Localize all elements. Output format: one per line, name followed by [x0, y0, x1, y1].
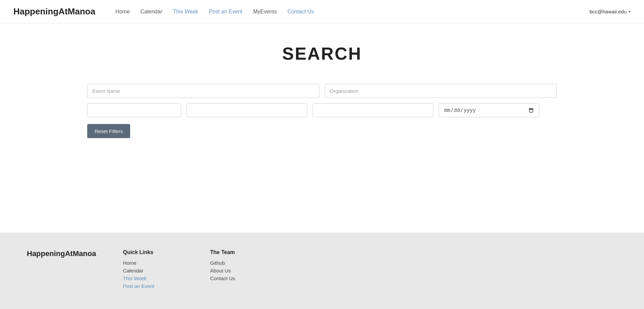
event-name-input[interactable] [87, 84, 319, 98]
quick-links-heading: Quick Links [123, 249, 183, 255]
footer-quick-links: Quick Links Home Calendar This Week Post… [123, 249, 183, 289]
footer-link-this-week[interactable]: This Week [123, 275, 183, 281]
footer-link-github[interactable]: Github [210, 260, 271, 266]
nav-this-week[interactable]: This Week [173, 9, 198, 15]
main-nav: Home Calendar This Week Post an Event My… [115, 9, 590, 15]
location-input[interactable]: Campus Center [87, 103, 181, 117]
footer: HappeningAtManoa Quick Links Home Calend… [0, 233, 644, 309]
category-input[interactable]: Informational [313, 103, 433, 117]
footer-brand: HappeningAtManoa [27, 249, 96, 258]
reset-filters-button[interactable]: Reset Filters [87, 124, 130, 138]
user-email: bcc@hawaii.edu [590, 9, 627, 14]
the-team-heading: The Team [210, 249, 271, 255]
footer-link-contact-us[interactable]: Contact Us [210, 275, 271, 281]
search-form: Campus Center On-Campus Informational Re… [87, 84, 557, 138]
user-menu[interactable]: bcc@hawaii.edu ▾ [590, 9, 631, 14]
date-wrapper [439, 103, 539, 117]
nav-contact[interactable]: Contact Us [287, 9, 314, 15]
location-wrapper: Campus Center [87, 103, 181, 117]
organization-input[interactable] [325, 84, 557, 98]
category-wrapper: Informational [313, 103, 433, 117]
nav-myevents[interactable]: MyEvents [253, 9, 277, 15]
footer-link-home[interactable]: Home [123, 260, 183, 266]
type-wrapper: On-Campus [186, 103, 307, 117]
search-row-2: Campus Center On-Campus Informational [87, 103, 557, 117]
main-content: SEARCH Campus Center On-Campus Informati… [0, 23, 644, 233]
footer-link-calendar[interactable]: Calendar [123, 268, 183, 273]
nav-home[interactable]: Home [115, 9, 130, 15]
footer-link-about-us[interactable]: About Us [210, 268, 271, 273]
search-row-3: Reset Filters [87, 124, 557, 138]
date-input[interactable] [439, 103, 539, 117]
event-type-input[interactable]: On-Campus [186, 103, 307, 117]
brand-logo[interactable]: HappeningAtManoa [13, 6, 95, 17]
organization-wrapper [325, 84, 557, 98]
nav-post-event[interactable]: Post an Event [209, 9, 243, 15]
footer-link-post-event[interactable]: Post an Event [123, 283, 183, 289]
footer-the-team: The Team Github About Us Contact Us [210, 249, 271, 281]
search-row-1 [87, 84, 557, 98]
nav-calendar[interactable]: Calendar [141, 9, 162, 15]
search-title: SEARCH [13, 44, 631, 64]
header: HappeningAtManoa Home Calendar This Week… [0, 0, 644, 23]
event-name-wrapper [87, 84, 319, 98]
dropdown-caret-icon: ▾ [629, 9, 631, 14]
